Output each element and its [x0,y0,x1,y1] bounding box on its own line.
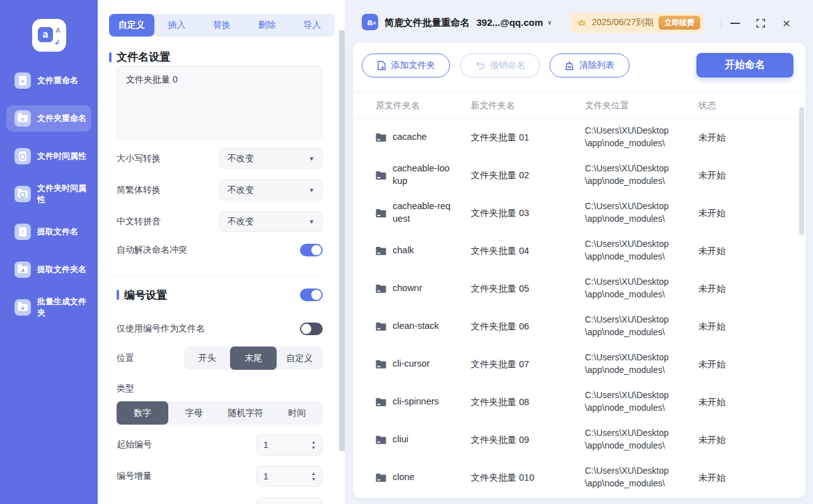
select-value: 不改变 [228,216,254,227]
table-row[interactable]: cliui 文件夹批量 09 C:\Users\XU\Desktop \app\… [353,421,805,459]
original-folder-name: cliui [393,433,453,446]
status-text: 未开始 [698,283,726,295]
sidebar-item[interactable]: 提取文件名 [6,219,91,245]
sidebar-item[interactable]: 文件重命名 [6,67,91,94]
segment-option[interactable]: 数字 [117,401,168,425]
new-folder-name: 文件夹批量 01 [471,132,572,144]
table-row[interactable]: cacheable-request 文件夹批量 03 C:\Users\XU\D… [353,194,805,232]
close-button[interactable]: × [779,16,794,31]
new-folder-name: 文件夹批量 03 [471,207,572,219]
start-number-stepper[interactable]: 1 ▲▼ [257,434,323,455]
original-name-cell: chownr [376,282,470,295]
auto-resolve-row: 自动解决命名冲突 [117,239,323,260]
new-folder-name: 文件夹批量 07 [471,358,572,370]
status-text: 未开始 [698,434,726,446]
table-row[interactable]: chalk 文件夹批量 04 C:\Users\XU\Desktop \app\… [353,232,805,270]
tab[interactable]: 插入 [154,14,200,37]
only-number-row: 仅使用编号作为文件名 [117,318,323,339]
form-label: 大小写转换 [117,153,161,164]
panel-scrollbar[interactable] [339,30,345,451]
segment-option[interactable]: 开头 [184,346,230,370]
segment-option[interactable]: 字母 [168,401,220,425]
undo-rename-button[interactable]: 撤销命名 [460,54,540,77]
vip-crown-icon [577,18,587,28]
segment-option[interactable]: 自定义 [277,346,323,370]
add-folders-button[interactable]: 添加文件夹 [362,54,450,77]
column-header-location: 文件夹位置 [585,100,629,112]
segment-option[interactable]: 时间 [271,401,323,425]
tab[interactable]: 替换 [199,14,245,37]
auto-resolve-toggle[interactable] [300,244,323,256]
rename-mode-tabs: 自定义 插入 替换 删除 导入 [109,14,335,37]
table-row[interactable]: cacache 文件夹批量 01 C:\Users\XU\Desktop \ap… [353,118,805,156]
stepper-arrows-icon[interactable]: ▲▼ [311,471,316,481]
tab[interactable]: 自定义 [109,14,154,37]
folder-list-card: 添加文件夹 撤销命名 清除列表 开始命名 原文件夹名 新文件夹名 文件夹位置 状… [353,43,805,498]
sidebar-item[interactable]: 批量生成文件夹 [6,294,91,321]
table-row[interactable]: chownr 文件夹批量 05 C:\Users\XU\Desktop \app… [353,270,805,307]
tab[interactable]: 导入 [289,14,335,37]
table-row[interactable]: cacheable-lookup 文件夹批量 02 C:\Users\XU\De… [353,156,805,194]
table-row[interactable]: cli-spinners 文件夹批量 08 C:\Users\XU\Deskto… [353,383,805,421]
renew-button[interactable]: 立即续费 [659,16,700,30]
start-rename-button[interactable]: 开始命名 [696,53,793,77]
clear-broom-icon [565,60,574,71]
tab[interactable]: 删除 [245,14,290,37]
settings-panel: 自定义 插入 替换 删除 导入 文件名设置 文件夹批量 0 大小写转换 不改变 … [98,0,345,504]
table-row[interactable]: cli-cursor 文件夹批量 07 C:\Users\XU\Desktop … [353,345,805,383]
chevron-down-icon: ▼ [309,156,314,162]
status-text: 未开始 [698,207,726,219]
position-segmented-control: 开头 末尾 自定义 [184,346,323,370]
sidebar-item-label: 文件夹时间属性 [37,183,91,205]
select-dropdown[interactable]: 不改变 ▼ [219,180,323,200]
sidebar-item[interactable]: 提取文件夹名 [6,256,91,283]
conversion-selects: 大小写转换 不改变 ▼ 简繁体转换 不改变 ▼ 中文转拼音 不改变 ▼ [117,148,323,243]
select-dropdown[interactable]: 不改变 ▼ [219,148,323,169]
original-name-cell: cli-cursor [376,358,470,370]
numbering-toggle[interactable] [300,289,323,301]
folder-location: C:\Users\XU\Desktop \app\node_modules\ [585,200,696,225]
original-name-cell: cacheable-lookup [376,163,470,187]
segment-option[interactable]: 末尾 [230,346,276,370]
segment-option[interactable]: 随机字符 [220,401,272,425]
original-folder-name: cacheable-request [393,200,453,225]
clear-list-button[interactable]: 清除列表 [550,54,630,77]
form-row: 大小写转换 不改变 ▼ [117,148,323,169]
status-text: 未开始 [698,321,726,333]
maximize-icon [756,19,765,28]
stepper-arrows-icon[interactable]: ▲▼ [311,440,316,450]
titlebar-separator: | [720,16,722,27]
maximize-button[interactable] [753,16,768,31]
digits-stepper-partial[interactable]: ▲ [257,497,323,504]
minimize-button[interactable] [727,16,742,31]
increment-stepper[interactable]: 1 ▲▼ [257,466,323,487]
sidebar-item[interactable]: 文件夹时间属性 [6,181,91,207]
sidebar-item-icon [14,224,31,240]
select-value: 不改变 [228,153,254,164]
numbering-section-title: 编号设置 [117,288,167,302]
folder-icon [376,473,386,482]
original-folder-name: cacache [393,131,453,144]
sidebar: a A ↲ 文件重命名 文件夹重命名 文件时间属性 文件夹时间属性 [0,0,98,504]
add-file-icon [377,60,386,71]
start-rename-label: 开始命名 [725,59,765,72]
undo-rename-label: 撤销命名 [490,60,526,71]
folder-icon [376,360,386,369]
folder-icon [376,435,386,444]
increment-row: 编号增量 1 ▲▼ [117,466,323,487]
undo-icon [475,61,485,70]
sidebar-item[interactable]: 文件夹重命名 [6,105,91,132]
folder-location: C:\Users\XU\Desktop \app\node_modules\ [585,314,696,338]
toolbar-divider [353,91,805,92]
table-row[interactable]: clean-stack 文件夹批量 06 C:\Users\XU\Desktop… [353,307,805,345]
filename-template-input[interactable]: 文件夹批量 0 [117,66,323,139]
select-dropdown[interactable]: 不改变 ▼ [219,211,323,232]
only-number-toggle[interactable] [300,323,323,335]
segment-label: 自定义 [286,353,313,364]
form-row: 简繁体转换 不改变 ▼ [117,180,323,200]
account-menu[interactable]: 392...@qq.com ∨ [476,17,552,28]
table-row[interactable]: clone 文件夹批量 010 C:\Users\XU\Desktop \app… [353,459,805,496]
original-folder-name: cacheable-lookup [393,163,453,187]
sidebar-item[interactable]: 文件时间属性 [6,143,91,169]
table-scrollbar[interactable] [799,107,804,235]
